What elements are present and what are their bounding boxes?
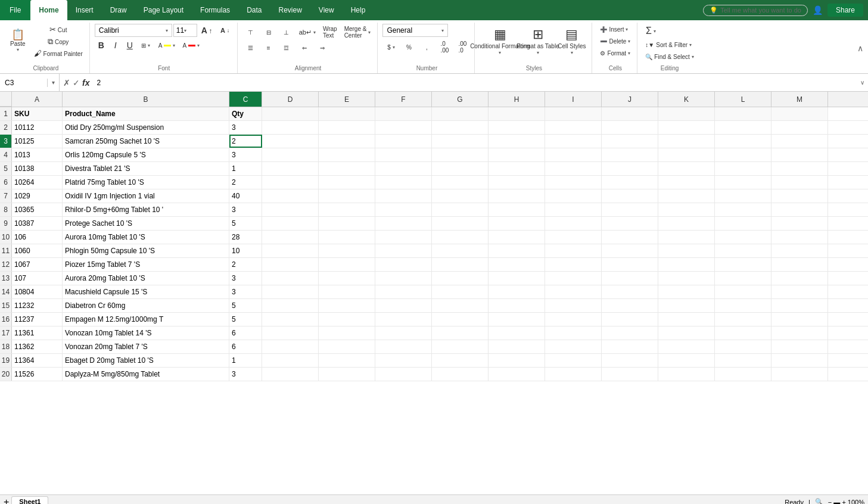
cell-styles-button[interactable]: ▤ Cell Styles ▾ [555,24,588,58]
row-number-17[interactable]: 17 [0,326,12,340]
cell-F13[interactable] [375,272,432,285]
cell-D1[interactable] [262,107,319,120]
cell-E4[interactable] [319,148,375,161]
cell-M12[interactable] [771,258,828,271]
cell-B1[interactable]: Product_Name [63,107,229,120]
cell-F17[interactable] [375,326,432,340]
cell-C6[interactable]: 2 [229,176,262,189]
cell-K5[interactable] [658,162,715,175]
tab-help[interactable]: Help [343,0,374,20]
cell-A15[interactable]: 11232 [12,299,63,312]
col-header-D[interactable]: D [262,92,319,107]
cell-M18[interactable] [771,340,828,353]
cell-A6[interactable]: 10264 [12,176,63,189]
cell-M2[interactable] [771,121,828,134]
cell-M10[interactable] [771,231,828,244]
cell-C4[interactable]: 3 [229,148,262,161]
cell-F12[interactable] [375,258,432,271]
format-button[interactable]: ⚙ Format ▾ [597,48,633,58]
cell-E15[interactable] [319,299,375,312]
cell-F6[interactable] [375,176,432,189]
insert-function-icon[interactable]: fx [82,78,89,88]
cell-G13[interactable] [432,272,489,285]
col-header-E[interactable]: E [319,92,375,107]
cell-I6[interactable] [545,176,602,189]
cell-A11[interactable]: 1060 [12,244,63,257]
cell-H16[interactable] [489,313,545,326]
cell-I2[interactable] [545,121,602,134]
cell-D8[interactable] [262,203,319,216]
row-number-6[interactable]: 6 [0,176,12,189]
cell-B3[interactable]: Samcran 250mg Sachet 10 'S [63,135,229,148]
cell-I20[interactable] [545,368,602,381]
cell-C7[interactable]: 40 [229,189,262,203]
cell-F19[interactable] [375,354,432,367]
font-name-selector[interactable]: Calibri ▾ [95,24,172,37]
cell-L16[interactable] [715,313,771,326]
cell-J9[interactable] [602,217,658,230]
cell-G20[interactable] [432,368,489,381]
cell-C8[interactable]: 3 [229,203,262,216]
cell-H11[interactable] [489,244,545,257]
cell-B20[interactable]: Daplyza-M 5mg/850mg Tablet [63,368,229,381]
increase-font-button[interactable]: A↑ [198,24,216,37]
cell-M15[interactable] [771,299,828,312]
col-header-F[interactable]: F [375,92,432,107]
cell-H20[interactable] [489,368,545,381]
cell-J20[interactable] [602,368,658,381]
row-number-15[interactable]: 15 [0,299,12,312]
cell-C2[interactable]: 3 [229,121,262,134]
row-number-9[interactable]: 9 [0,217,12,230]
cell-M1[interactable] [771,107,828,120]
cell-A2[interactable]: 10112 [12,121,63,134]
col-header-B[interactable]: B [63,92,229,107]
cell-L13[interactable] [715,272,771,285]
cell-D15[interactable] [262,299,319,312]
cell-C15[interactable]: 5 [229,299,262,312]
cell-C5[interactable]: 1 [229,162,262,175]
decrease-decimal-button[interactable]: .00.0 [454,39,471,55]
cell-H5[interactable] [489,162,545,175]
cell-L20[interactable] [715,368,771,381]
cell-H1[interactable] [489,107,545,120]
cell-E3[interactable] [319,135,375,148]
row-number-14[interactable]: 14 [0,285,12,298]
cell-D4[interactable] [262,148,319,161]
cell-I14[interactable] [545,285,602,298]
orientation-button[interactable]: ab↵ ▾ [296,27,319,38]
cell-I11[interactable] [545,244,602,257]
cell-A5[interactable]: 10138 [12,162,63,175]
cell-H15[interactable] [489,299,545,312]
cell-G2[interactable] [432,121,489,134]
cell-E9[interactable] [319,217,375,230]
cell-G7[interactable] [432,189,489,203]
cell-F4[interactable] [375,148,432,161]
cell-D20[interactable] [262,368,319,381]
cell-M5[interactable] [771,162,828,175]
tab-draw[interactable]: Draw [102,0,135,20]
cell-K3[interactable] [658,135,715,148]
cell-E11[interactable] [319,244,375,257]
cell-J4[interactable] [602,148,658,161]
cell-E8[interactable] [319,203,375,216]
cell-G10[interactable] [432,231,489,244]
cell-L3[interactable] [715,135,771,148]
cell-B6[interactable]: Platrid 75mg Tablet 10 'S [63,176,229,189]
cell-B19[interactable]: Ebaget D 20mg Tablet 10 'S [63,354,229,367]
row-number-8[interactable]: 8 [0,203,12,216]
tab-view[interactable]: View [310,0,343,20]
cell-A14[interactable]: 10804 [12,285,63,298]
cell-K7[interactable] [658,189,715,203]
cell-G5[interactable] [432,162,489,175]
indent-increase-button[interactable]: ⇒ [314,42,331,53]
cell-I3[interactable] [545,135,602,148]
cell-H2[interactable] [489,121,545,134]
cell-B18[interactable]: Vonozan 20mg Tablet 7 'S [63,340,229,353]
formula-cancel-icon[interactable]: ✗ [63,78,70,88]
fill-color-button[interactable]: A ▾ [155,40,179,51]
cell-L15[interactable] [715,299,771,312]
paste-button[interactable]: 📋 Paste ▾ [6,24,30,57]
sort-filter-button[interactable]: ↕▼ Sort & Filter ▾ [642,39,695,50]
cell-A1[interactable]: SKU [12,107,63,120]
cell-B11[interactable]: Phlogin 50mg Capsule 10 'S [63,244,229,257]
